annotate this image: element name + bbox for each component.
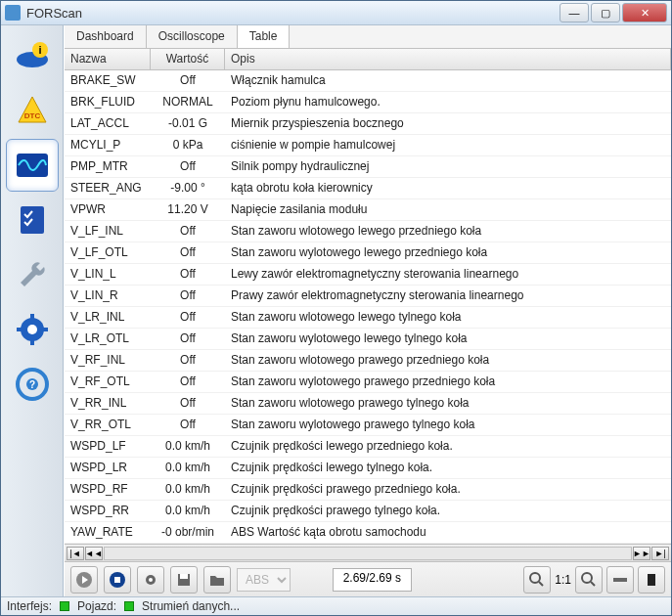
scroll-last-button[interactable]: ►| — [651, 547, 669, 560]
cell-desc: Czujnik prędkości prawego tylnego koła. — [225, 501, 671, 521]
cell-value: Off — [151, 329, 225, 349]
svg-rect-26 — [613, 578, 627, 582]
sidebar-config[interactable] — [6, 303, 59, 356]
app-body: i DTC ? Dashboard Osci — [1, 25, 671, 596]
tab-dashboard[interactable]: Dashboard — [65, 25, 147, 48]
cell-desc: Czujnik prędkości prawego przedniego koł… — [225, 479, 671, 500]
cell-name: STEER_ANG — [65, 178, 151, 198]
play-icon — [75, 571, 93, 589]
table-row[interactable]: V_RR_INLOffStan zaworu wlotowego prawego… — [65, 393, 671, 415]
cell-name: V_LF_INL — [65, 221, 151, 242]
main-panel: Dashboard Oscilloscope Table Nazwa Warto… — [64, 25, 671, 596]
table-row[interactable]: V_RF_OTLOffStan zaworu wylotowego praweg… — [65, 372, 671, 393]
stop-button[interactable] — [104, 566, 131, 594]
play-button[interactable] — [70, 566, 98, 594]
ruler-button[interactable] — [606, 566, 634, 594]
table-row[interactable]: V_LR_OTLOffStan zaworu wylotowego lewego… — [65, 329, 671, 350]
sidebar-service[interactable] — [6, 248, 59, 301]
cell-name: V_RF_OTL — [65, 372, 151, 392]
table-row[interactable]: BRAKE_SWOffWłącznik hamulca — [65, 70, 671, 92]
oscilloscope-icon — [13, 146, 52, 185]
cell-name: V_LR_INL — [65, 307, 151, 328]
tab-table[interactable]: Table — [238, 25, 291, 48]
titlebar: FORScan — ▢ ✕ — [1, 1, 671, 25]
cell-name: BRAKE_SW — [65, 70, 151, 91]
col-header-desc[interactable]: Opis — [225, 49, 671, 69]
table-row[interactable]: MCYLI_P0 kPaciśnienie w pompie hamulcowe… — [65, 135, 671, 156]
col-header-value[interactable]: Wartość — [151, 49, 225, 69]
table-row[interactable]: VPWR11.20 VNapięcie zasilania modułu — [65, 199, 671, 221]
module-select[interactable]: ABS — [237, 568, 291, 592]
sidebar: i DTC ? — [1, 25, 64, 596]
svg-rect-4 — [17, 154, 48, 177]
cell-desc: Stan zaworu wlotowego lewego przedniego … — [225, 221, 671, 242]
cell-name: MCYLI_P — [65, 135, 151, 155]
cell-value: Off — [151, 70, 225, 91]
scroll-prev-button[interactable]: ◄◄ — [85, 547, 103, 560]
toolbar: ABS 2.69/2.69 s 1:1 — [65, 561, 671, 596]
scroll-track[interactable] — [104, 547, 632, 560]
svg-rect-17 — [114, 577, 120, 583]
svg-point-7 — [27, 325, 37, 334]
tab-oscilloscope[interactable]: Oscilloscope — [147, 25, 238, 48]
table-row[interactable]: YAW_RATE-0 obr/minABS Wartość kąta obrot… — [65, 522, 671, 544]
cell-name: YAW_RATE — [65, 522, 151, 543]
cell-name: V_LIN_L — [65, 264, 151, 285]
table-row[interactable]: WSPD_LF0.0 km/hCzujnik prędkości lewego … — [65, 436, 671, 458]
sidebar-dtc[interactable]: DTC — [6, 84, 59, 137]
svg-point-19 — [149, 578, 153, 582]
cell-name: WSPD_LF — [65, 436, 151, 457]
cell-name: V_LR_OTL — [65, 329, 151, 349]
cell-desc: Włącznik hamulca — [225, 70, 671, 91]
cell-name: WSPD_RF — [65, 479, 151, 500]
cell-value: Off — [151, 415, 225, 435]
table-row[interactable]: WSPD_RR0.0 km/hCzujnik prędkości prawego… — [65, 501, 671, 522]
zoom-fit-button[interactable] — [523, 566, 551, 594]
close-button[interactable]: ✕ — [622, 3, 667, 22]
window-title: FORScan — [26, 6, 560, 21]
table-row[interactable]: WSPD_LR0.0 km/hCzujnik prędkości lewego … — [65, 458, 671, 479]
cell-desc: ABS Wartość kąta obrotu samochodu — [225, 522, 671, 543]
grid-body[interactable]: BRAKE_SWOffWłącznik hamulcaBRK_FLUIDNORM… — [65, 70, 671, 544]
cell-desc: Stan zaworu wylotowego lewego przedniego… — [225, 242, 671, 263]
table-row[interactable]: PMP_MTROffSilnik pompy hydraulicznej — [65, 156, 671, 178]
table-row[interactable]: V_RR_OTLOffStan zaworu wylotowego praweg… — [65, 415, 671, 436]
interface-indicator — [60, 601, 69, 611]
scroll-next-button[interactable]: ►► — [633, 547, 650, 560]
cell-value: 0.0 km/h — [151, 501, 225, 521]
settings-button[interactable] — [137, 566, 164, 594]
zoom-ratio: 1:1 — [555, 573, 571, 587]
cell-value: NORMAL — [151, 92, 225, 112]
cell-name: PMP_MTR — [65, 156, 151, 177]
table-row[interactable]: V_LIN_ROffPrawy zawór elektromagnetyczny… — [65, 286, 671, 307]
col-header-name[interactable]: Nazwa — [65, 49, 151, 69]
save-button[interactable] — [170, 566, 198, 594]
sidebar-help[interactable]: ? — [6, 358, 59, 411]
table-row[interactable]: LAT_ACCL-0.01 GMiernik przyspieszenia bo… — [65, 113, 671, 135]
table-row[interactable]: V_LR_INLOffStan zaworu wlotowego lewego … — [65, 307, 671, 329]
svg-line-25 — [591, 582, 595, 586]
sidebar-tests[interactable] — [6, 194, 59, 246]
table-row[interactable]: WSPD_RF0.0 km/hCzujnik prędkości prawego… — [65, 479, 671, 501]
view-tabs: Dashboard Oscilloscope Table — [65, 25, 671, 49]
table-row[interactable]: V_RF_INLOffStan zaworu wlotowego prawego… — [65, 350, 671, 372]
open-button[interactable] — [203, 566, 231, 594]
sidebar-vehicle[interactable]: i — [6, 29, 59, 82]
table-row[interactable]: V_LF_INLOffStan zaworu wlotowego lewego … — [65, 221, 671, 242]
svg-line-23 — [539, 582, 543, 586]
maximize-button[interactable]: ▢ — [591, 3, 620, 22]
zoom-in-button[interactable] — [575, 566, 603, 594]
marker-button[interactable] — [638, 566, 665, 594]
table-row[interactable]: BRK_FLUIDNORMALPoziom płynu hamulcowego. — [65, 92, 671, 113]
minimize-button[interactable]: — — [560, 3, 589, 22]
table-row[interactable]: STEER_ANG-9.00 °kąta obrotu koła kierown… — [65, 178, 671, 199]
cell-desc: Poziom płynu hamulcowego. — [225, 92, 671, 112]
cell-desc: Silnik pompy hydraulicznej — [225, 156, 671, 177]
svg-rect-9 — [30, 339, 34, 345]
table-row[interactable]: V_LIN_LOffLewy zawór elektromagnetyczny … — [65, 264, 671, 286]
cell-name: WSPD_LR — [65, 458, 151, 478]
sidebar-oscilloscope[interactable] — [6, 139, 59, 192]
cell-value: Off — [151, 221, 225, 242]
table-row[interactable]: V_LF_OTLOffStan zaworu wylotowego lewego… — [65, 242, 671, 264]
scroll-first-button[interactable]: |◄ — [67, 547, 84, 560]
